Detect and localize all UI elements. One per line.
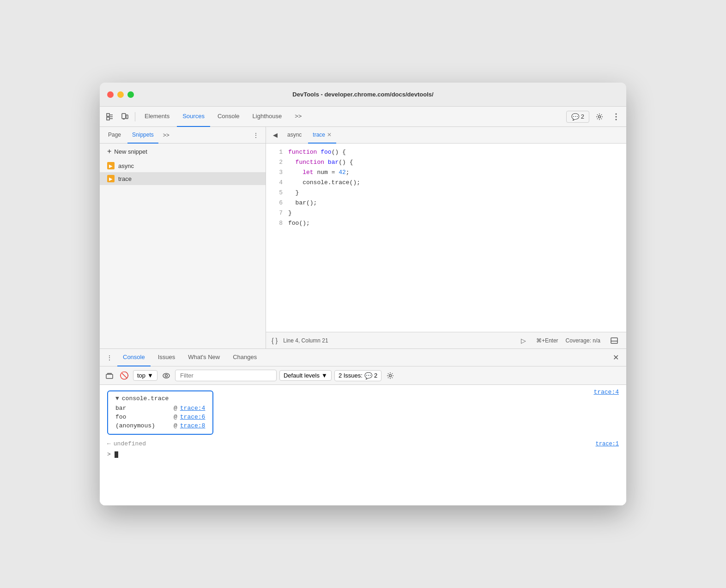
return-icon: ← <box>107 440 111 447</box>
drawer-button[interactable] <box>608 334 621 347</box>
panel-tabs: Page Snippets >> ⋮ <box>100 127 266 144</box>
svg-point-8 <box>599 115 601 118</box>
more-options-icon[interactable] <box>610 110 623 123</box>
context-selector[interactable]: top ▼ <box>133 370 157 381</box>
trace-at-2: @ <box>174 414 177 420</box>
maximize-button[interactable] <box>127 91 134 98</box>
traffic-lights <box>107 91 134 98</box>
cursor <box>115 451 118 458</box>
status-bar-right: ▷ ⌘+Enter Coverage: n/a <box>519 334 621 347</box>
left-panel: Page Snippets >> ⋮ + New snippet ▶ async… <box>100 127 266 348</box>
editor-tab-trace[interactable]: trace ✕ <box>308 127 336 144</box>
bottom-tabs: ⋮ Console Issues What's New Changes ✕ <box>100 349 626 366</box>
trace-link-anon[interactable]: trace:8 <box>180 422 206 429</box>
trace-at-3: @ <box>174 422 177 429</box>
editor-tab-async-label: async <box>287 132 302 138</box>
tab-lighthouse[interactable]: Lighthouse <box>247 107 288 127</box>
svg-rect-14 <box>106 374 113 378</box>
tab-console-bottom[interactable]: Console <box>117 349 151 366</box>
close-trace-tab[interactable]: ✕ <box>327 132 332 138</box>
console-toolbar: 🚫 top ▼ Default levels ▼ 2 Is <box>100 366 626 385</box>
snippet-name-async: async <box>118 162 134 169</box>
inspect-icon[interactable] <box>103 110 116 123</box>
trace-row-bar: bar @ trace:4 <box>115 404 205 413</box>
prompt-symbol: > <box>107 451 111 458</box>
svg-rect-4 <box>107 117 109 120</box>
issues-badge[interactable]: 2 Issues: 💬 2 <box>334 370 381 381</box>
levels-dropdown[interactable]: Default levels ▼ <box>279 370 332 381</box>
snippet-item-async[interactable]: ▶ async <box>100 159 266 172</box>
svg-rect-12 <box>611 338 617 343</box>
tab-elements[interactable]: Elements <box>139 107 175 127</box>
trace-func-bar: bar <box>115 405 171 412</box>
window-title: DevTools - developer.chrome.com/docs/dev… <box>292 91 433 98</box>
trace-header-label: console.trace <box>122 395 169 402</box>
issues-count: 2 <box>581 113 584 120</box>
console-settings-button[interactable] <box>384 370 396 382</box>
code-editor[interactable]: 1 2 3 4 5 6 7 8 function foo() { functio… <box>266 144 626 332</box>
svg-point-16 <box>165 374 167 377</box>
snippet-name-trace: trace <box>118 175 132 182</box>
levels-chevron-icon: ▼ <box>321 372 327 379</box>
snippet-item-trace[interactable]: ▶ trace <box>100 172 266 185</box>
more-panel-tabs[interactable]: >> <box>160 130 172 140</box>
main-area: Page Snippets >> ⋮ + New snippet ▶ async… <box>100 127 626 348</box>
trace-link-foo[interactable]: trace:6 <box>180 414 206 420</box>
snippet-list: ▶ async ▶ trace <box>100 159 266 348</box>
panel-menu-button[interactable]: ⋮ <box>250 130 262 141</box>
run-button[interactable]: ▷ <box>519 336 529 346</box>
devtools-body: Elements Sources Console Lighthouse >> 💬… <box>100 107 626 505</box>
tab-issues[interactable]: Issues <box>152 349 181 366</box>
svg-point-15 <box>163 373 169 378</box>
trace-expand-icon[interactable]: ▼ <box>115 395 119 402</box>
trace-header: ▼ console.trace <box>115 395 205 402</box>
tab-sources[interactable]: Sources <box>177 107 210 127</box>
trace-row-foo: foo @ trace:6 <box>115 413 205 421</box>
clear-console-button[interactable] <box>103 370 115 382</box>
svg-rect-6 <box>126 115 128 119</box>
close-bottom-panel[interactable]: ✕ <box>609 351 623 364</box>
cursor-position: Line 4, Column 21 <box>283 337 328 344</box>
code-content: function foo() { function bar() { let nu… <box>288 147 626 328</box>
svg-point-11 <box>616 119 617 120</box>
minimize-button[interactable] <box>117 91 124 98</box>
tab-console[interactable]: Console <box>212 107 245 127</box>
top-toolbar: Elements Sources Console Lighthouse >> 💬… <box>100 107 626 127</box>
bottom-panel-menu[interactable]: ⋮ <box>103 352 115 363</box>
plus-icon: + <box>107 147 111 156</box>
tab-snippets[interactable]: Snippets <box>127 127 158 144</box>
undefined-text: undefined <box>114 440 146 447</box>
issues-text: 2 Issues: <box>339 372 363 379</box>
bottom-panel: ⋮ Console Issues What's New Changes ✕ 🚫 … <box>100 348 626 505</box>
trace-location[interactable]: trace:4 <box>593 389 619 396</box>
console-filter-input[interactable] <box>175 370 277 381</box>
undefined-location[interactable]: trace:1 <box>596 441 619 447</box>
run-shortcut: ⌘+Enter <box>536 337 558 344</box>
close-button[interactable] <box>107 91 114 98</box>
trace-link-bar[interactable]: trace:4 <box>180 405 206 412</box>
settings-button[interactable] <box>593 110 606 123</box>
svg-rect-0 <box>107 114 109 116</box>
new-snippet-button[interactable]: + New snippet <box>100 144 266 159</box>
more-tabs-button[interactable]: >> <box>289 107 307 127</box>
issues-button[interactable]: 💬 2 <box>566 111 589 123</box>
device-toggle-icon[interactable] <box>118 110 131 123</box>
devtools-window: DevTools - developer.chrome.com/docs/dev… <box>100 83 626 505</box>
eye-icon[interactable] <box>160 370 172 382</box>
snippet-file-icon-trace: ▶ <box>107 175 115 182</box>
block-icon[interactable]: 🚫 <box>118 370 130 382</box>
tab-changes[interactable]: Changes <box>227 349 262 366</box>
editor-tab-trace-label: trace <box>313 132 325 138</box>
new-snippet-label: New snippet <box>114 148 147 155</box>
trace-func-foo: foo <box>115 414 171 420</box>
line-numbers: 1 2 3 4 5 6 7 8 <box>266 147 288 328</box>
tab-page[interactable]: Page <box>103 127 126 144</box>
status-bar: { } Line 4, Column 21 ▷ ⌘+Enter Coverage… <box>266 332 626 348</box>
console-prompt[interactable]: > <box>100 449 626 460</box>
tab-whats-new[interactable]: What's New <box>182 349 225 366</box>
svg-point-10 <box>616 116 617 117</box>
toolbar-right: 💬 2 <box>566 110 623 123</box>
format-label: { } <box>272 337 278 344</box>
collapse-panel-button[interactable]: ◀ <box>270 130 281 141</box>
editor-tab-async[interactable]: async <box>283 127 306 144</box>
